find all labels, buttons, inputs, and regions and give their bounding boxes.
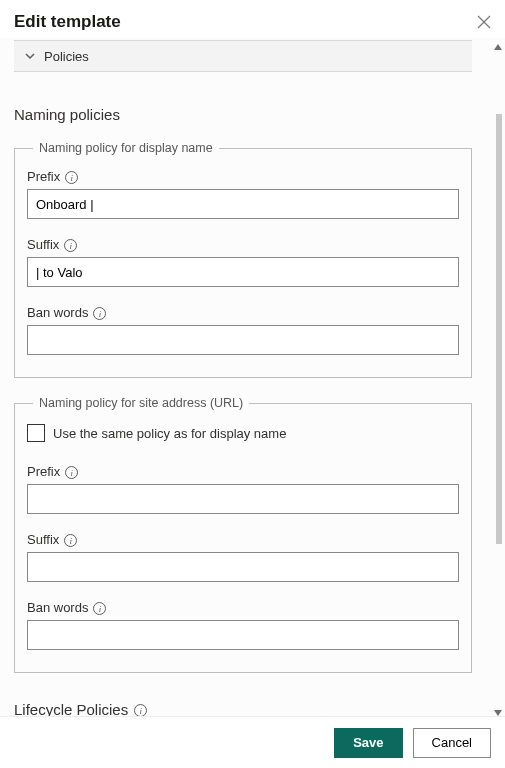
label-display-prefix: Prefix bbox=[27, 169, 459, 184]
input-url-prefix[interactable] bbox=[27, 484, 459, 514]
save-button[interactable]: Save bbox=[334, 728, 402, 758]
panel-header: Edit template bbox=[0, 0, 505, 38]
naming-policies-title: Naming policies bbox=[14, 106, 472, 123]
scrollbar[interactable] bbox=[495, 38, 503, 718]
scroll-area: Policies Naming policies Naming policy f… bbox=[0, 38, 505, 718]
info-icon[interactable] bbox=[93, 602, 106, 615]
accordion-policies[interactable]: Policies bbox=[14, 40, 472, 72]
info-icon[interactable] bbox=[64, 239, 77, 252]
chevron-down-icon bbox=[24, 50, 36, 62]
panel-title: Edit template bbox=[14, 12, 121, 32]
accordion-label: Policies bbox=[44, 49, 89, 64]
fieldset-display-name: Naming policy for display name Prefix Su… bbox=[14, 141, 472, 378]
input-display-ban[interactable] bbox=[27, 325, 459, 355]
label-url-suffix: Suffix bbox=[27, 532, 459, 547]
label-url-ban: Ban words bbox=[27, 600, 459, 615]
input-url-ban[interactable] bbox=[27, 620, 459, 650]
svg-marker-2 bbox=[494, 44, 502, 50]
legend-display-name: Naming policy for display name bbox=[33, 141, 219, 155]
scrollbar-thumb[interactable] bbox=[496, 114, 502, 544]
scroll-down-icon[interactable] bbox=[493, 706, 503, 716]
info-icon[interactable] bbox=[65, 466, 78, 479]
label-display-ban: Ban words bbox=[27, 305, 459, 320]
close-icon[interactable] bbox=[477, 15, 491, 29]
info-icon[interactable] bbox=[65, 171, 78, 184]
label-use-same: Use the same policy as for display name bbox=[53, 426, 286, 441]
input-display-suffix[interactable] bbox=[27, 257, 459, 287]
input-display-prefix[interactable] bbox=[27, 189, 459, 219]
scroll-up-icon[interactable] bbox=[493, 40, 503, 50]
input-url-suffix[interactable] bbox=[27, 552, 459, 582]
label-display-suffix: Suffix bbox=[27, 237, 459, 252]
label-url-prefix: Prefix bbox=[27, 464, 459, 479]
footer: Save Cancel bbox=[0, 716, 505, 768]
checkbox-use-same[interactable] bbox=[27, 424, 45, 442]
info-icon[interactable] bbox=[93, 307, 106, 320]
info-icon[interactable] bbox=[64, 534, 77, 547]
cancel-button[interactable]: Cancel bbox=[413, 728, 491, 758]
fieldset-site-url: Naming policy for site address (URL) Use… bbox=[14, 396, 472, 673]
legend-site-url: Naming policy for site address (URL) bbox=[33, 396, 249, 410]
